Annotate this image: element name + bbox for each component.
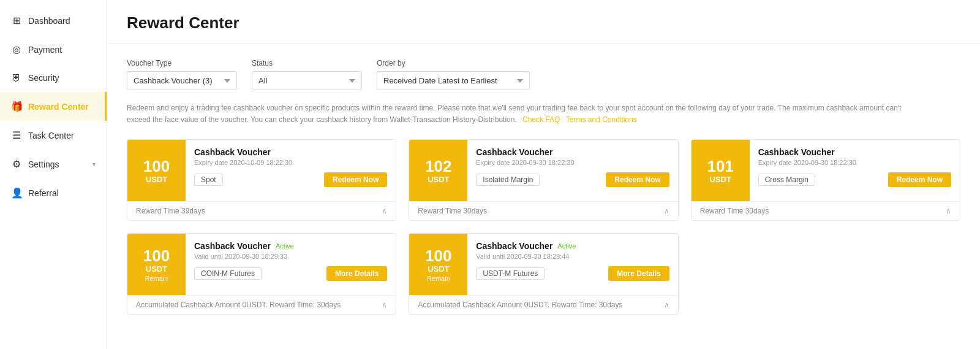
voucher-info: Cashback Voucher Active Valid until 2020… (186, 234, 396, 295)
sidebar-item-security[interactable]: ⛨ Security (0, 64, 107, 92)
voucher-top: 100 USDT Remain Cashback Voucher Active … (409, 234, 677, 295)
info-text: Redeem and enjoy a trading fee cashback … (127, 102, 923, 126)
voucher-type-select[interactable]: Cashback Voucher (3) (127, 71, 237, 90)
voucher-type-label: Voucher Type (127, 59, 237, 67)
sidebar-label-referral: Referral (28, 188, 59, 198)
terms-link[interactable]: Terms and Conditions (566, 115, 637, 124)
voucher-amount: 100 (143, 158, 170, 175)
sidebar-label-dashboard: Dashboard (28, 16, 70, 26)
voucher-amount: 100 (143, 247, 170, 265)
voucher-bottom: Reward Time 30days ∧ (409, 201, 677, 220)
chevron-up-icon[interactable]: ∧ (946, 207, 951, 215)
voucher-bottom: Reward Time 39days ∧ (127, 201, 396, 220)
voucher-card: 102 USDT Cashback Voucher Expiry date 20… (409, 139, 678, 221)
chevron-up-icon[interactable]: ∧ (664, 301, 669, 309)
filters-row: Voucher Type Cashback Voucher (3) Status… (127, 59, 960, 90)
voucher-title: Cashback Voucher (194, 241, 271, 251)
voucher-info: Cashback Voucher Expiry date 2020-09-30 … (750, 140, 960, 201)
reward-center-icon: 🎁 (11, 101, 22, 112)
voucher-expiry: Expiry date 2020-09-30 18:22:30 (476, 159, 669, 166)
voucher-remain: Remain (145, 275, 168, 282)
chevron-up-icon[interactable]: ∧ (664, 207, 669, 215)
sidebar-label-reward-center: Reward Center (28, 102, 89, 112)
sidebar-item-reward-center[interactable]: 🎁 Reward Center (0, 92, 107, 121)
voucher-expiry: Valid until 2020-09-30 18:29:44 (476, 253, 669, 260)
voucher-title-row: Cashback Voucher (758, 147, 951, 157)
voucher-title: Cashback Voucher (476, 241, 552, 251)
content-area: Voucher Type Cashback Voucher (3) Status… (107, 44, 980, 329)
voucher-expiry: Expiry date 2020-09-30 18:22:30 (758, 159, 951, 166)
sidebar-item-payment[interactable]: ◎ Payment (0, 35, 107, 64)
voucher-tag: Isolated Margin (476, 174, 540, 186)
voucher-currency: USDT (428, 264, 449, 274)
payment-icon: ◎ (11, 44, 22, 55)
voucher-card: 100 USDT Remain Cashback Voucher Active … (127, 233, 396, 315)
voucher-currency: USDT (146, 175, 167, 184)
voucher-action-button[interactable]: More Details (608, 266, 669, 281)
voucher-tag: USDT-M Futures (476, 267, 545, 280)
voucher-badge: 100 USDT Remain (127, 234, 186, 295)
main-content: Reward Center Voucher Type Cashback Vouc… (107, 0, 980, 349)
chevron-up-icon[interactable]: ∧ (382, 207, 387, 215)
chevron-down-icon: ▾ (92, 161, 96, 167)
voucher-reward-time: Accumulated Cashback Amount 0USDT. Rewar… (418, 301, 622, 309)
info-text-content: Redeem and enjoy a trading fee cashback … (127, 104, 901, 124)
voucher-tag-row: COIN-M Futures More Details (194, 266, 387, 281)
order-by-filter: Order by Received Date Latest to Earlies… (377, 59, 530, 90)
status-label: Status (252, 59, 362, 67)
voucher-reward-time: Reward Time 30days (418, 207, 487, 215)
voucher-type-filter: Voucher Type Cashback Voucher (3) (127, 59, 237, 90)
sidebar-label-payment: Payment (28, 45, 62, 55)
voucher-expiry: Expiry date 2020-10-09 18:22:30 (194, 159, 387, 166)
voucher-amount: 101 (707, 158, 733, 175)
voucher-card: 101 USDT Cashback Voucher Expiry date 20… (691, 139, 960, 221)
voucher-action-button[interactable]: Redeem Now (888, 172, 951, 187)
voucher-reward-time: Accumulated Cashback Amount 0USDT. Rewar… (136, 301, 341, 309)
voucher-badge: 102 USDT (409, 140, 467, 201)
voucher-bottom: Reward Time 30days ∧ (692, 201, 960, 220)
task-center-icon: ☰ (11, 129, 22, 141)
security-icon: ⛨ (11, 72, 22, 83)
sidebar-item-task-center[interactable]: ☰ Task Center (0, 121, 107, 150)
order-by-select[interactable]: Received Date Latest to Earliest (377, 71, 530, 90)
sidebar-label-settings: Settings (28, 159, 59, 169)
voucher-currency: USDT (428, 175, 449, 184)
voucher-expiry: Valid until 2020-09-30 18:29:33 (194, 253, 387, 260)
sidebar-item-referral[interactable]: 👤 Referral (0, 178, 107, 207)
voucher-status-active: Active (276, 242, 294, 250)
voucher-badge: 100 USDT Remain (409, 234, 467, 295)
voucher-title: Cashback Voucher (758, 147, 835, 157)
voucher-action-button[interactable]: Redeem Now (324, 172, 387, 187)
voucher-card: 100 USDT Remain Cashback Voucher Active … (409, 233, 678, 315)
voucher-title-row: Cashback Voucher (476, 147, 669, 157)
voucher-status-active: Active (557, 242, 576, 250)
settings-icon: ⚙ (11, 158, 22, 170)
status-select[interactable]: All (252, 71, 362, 90)
order-by-label: Order by (377, 59, 530, 67)
status-filter: Status All (252, 59, 362, 90)
voucher-bottom: Accumulated Cashback Amount 0USDT. Rewar… (409, 295, 677, 314)
voucher-title: Cashback Voucher (476, 147, 552, 157)
page-header: Reward Center (107, 0, 980, 44)
sidebar-item-dashboard[interactable]: ⊞ Dashboard (0, 6, 107, 35)
voucher-tag: Cross Margin (758, 174, 815, 186)
voucher-action-button[interactable]: More Details (326, 266, 387, 281)
dashboard-icon: ⊞ (11, 15, 22, 26)
voucher-action-button[interactable]: Redeem Now (606, 172, 669, 187)
voucher-tag: Spot (194, 174, 223, 186)
voucher-currency: USDT (709, 175, 731, 184)
voucher-bottom: Accumulated Cashback Amount 0USDT. Rewar… (127, 295, 396, 314)
voucher-amount: 102 (425, 158, 451, 175)
page-title: Reward Center (127, 13, 960, 33)
voucher-title: Cashback Voucher (194, 147, 271, 157)
voucher-tag-row: Spot Redeem Now (194, 172, 387, 187)
sidebar-label-security: Security (28, 73, 59, 83)
voucher-badge: 101 USDT (692, 140, 750, 201)
chevron-up-icon[interactable]: ∧ (382, 301, 387, 309)
voucher-reward-time: Reward Time 30days (700, 207, 769, 215)
check-faq-link[interactable]: Check FAQ (522, 115, 560, 124)
sidebar-item-settings[interactable]: ⚙ Settings ▾ (0, 150, 107, 178)
voucher-tag-row: USDT-M Futures More Details (476, 266, 669, 281)
sidebar-label-task-center: Task Center (28, 131, 74, 140)
voucher-info: Cashback Voucher Expiry date 2020-10-09 … (186, 140, 396, 201)
